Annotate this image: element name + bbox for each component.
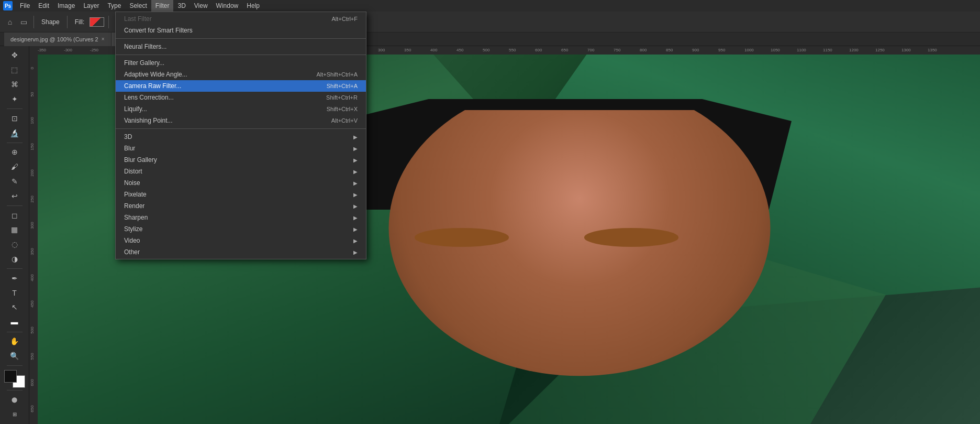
ps-icon: Ps [3,1,13,10]
filter-item-gallery[interactable]: Filter Gallery... [116,57,366,69]
svg-text:950: 950 [718,48,726,52]
svg-text:600: 600 [30,379,35,386]
path-select-tool[interactable]: ↖ [3,300,27,314]
filter-smart-filters-label: Convert for Smart Filters [124,27,193,34]
filter-lens-label: Lens Correction... [124,94,174,101]
eraser-tool[interactable]: ◻ [3,208,27,222]
filter-item-3d[interactable]: 3D ▶ [116,131,366,143]
svg-text:450: 450 [30,300,35,308]
fill-color[interactable] [90,17,104,27]
menu-layer[interactable]: Layer [79,0,103,12]
filter-item-neural[interactable]: Neural Filters... [116,41,366,52]
ruler-vertical: 0 50 100 150 200 250 300 350 400 450 500… [29,55,38,424]
filter-item-video[interactable]: Video ▶ [116,235,366,246]
filter-camera-raw-shortcut: Shift+Ctrl+A [327,83,358,89]
eyedropper-tool[interactable]: 🔬 [3,126,27,140]
filter-item-sharpen[interactable]: Sharpen ▶ [116,212,366,223]
toolbar-divider-3 [108,16,109,28]
svg-text:350: 350 [30,248,35,255]
svg-text:-250: -250 [90,48,99,52]
menu-view[interactable]: View [190,0,212,12]
tool-sep-3 [7,205,23,206]
filter-item-other[interactable]: Other ▶ [116,246,366,258]
zoom-tool[interactable]: 🔍 [3,349,27,363]
filter-item-lens[interactable]: Lens Correction... Shift+Ctrl+R [116,92,366,103]
crop-tool[interactable]: ⊡ [3,111,27,125]
svg-text:1250: 1250 [875,48,885,52]
menu-help[interactable]: Help [242,0,264,12]
filter-sharpen-label: Sharpen [124,214,148,221]
menu-window[interactable]: Window [212,0,243,12]
svg-text:1050: 1050 [771,48,780,52]
filter-item-render[interactable]: Render ▶ [116,200,366,212]
filter-item-liquify[interactable]: Liquify... Shift+Ctrl+X [116,103,366,115]
history-brush-tool[interactable]: ↩ [3,189,27,203]
svg-text:1150: 1150 [823,48,832,52]
filter-item-last-filter[interactable]: Last Filter Alt+Ctrl+F [116,13,366,25]
gradient-tool[interactable]: ▦ [3,223,27,237]
svg-text:600: 600 [535,48,542,52]
doc-options[interactable]: ▭ [18,16,29,28]
filter-item-adaptive[interactable]: Adaptive Wide Angle... Alt+Shift+Ctrl+A [116,69,366,80]
hand-tool[interactable]: ✋ [3,334,27,349]
filter-item-pixelate[interactable]: Pixelate ▶ [116,189,366,200]
stamp-tool[interactable]: ✎ [3,175,27,189]
svg-text:450: 450 [456,48,464,52]
svg-text:250: 250 [30,195,35,203]
filter-sharpen-arrow: ▶ [353,215,358,221]
svg-text:850: 850 [666,48,673,52]
heal-tool[interactable]: ⊕ [3,145,27,159]
svg-text:0: 0 [30,67,35,69]
filter-item-blur-gallery[interactable]: Blur Gallery ▶ [116,154,366,166]
menu-image[interactable]: Image [53,0,79,12]
menu-file[interactable]: File [16,0,34,12]
blur-tool[interactable]: ◌ [3,237,27,252]
filter-item-blur[interactable]: Blur ▶ [116,143,366,154]
menu-filter[interactable]: Filter [151,0,174,12]
svg-text:400: 400 [30,274,35,281]
foreground-color-swatch[interactable] [4,370,17,383]
menu-3d[interactable]: 3D [173,0,190,12]
filter-item-stylize[interactable]: Stylize ▶ [116,223,366,235]
brush-tool[interactable]: 🖌 [3,160,27,174]
tab-designervn[interactable]: designervn.jpg @ 100% (Curves 2 × [4,32,112,46]
menu-select[interactable]: Select [125,0,151,12]
eye-left [415,228,509,246]
quick-mask-tool[interactable]: ⬤ [3,393,27,407]
screen-mode-tool[interactable]: ⊞ [3,407,27,421]
move-tool[interactable]: ✥ [3,48,27,62]
filter-divider-3 [116,128,366,129]
filter-stylize-arrow: ▶ [353,226,358,232]
color-swatches[interactable] [4,370,25,388]
filter-pixelate-arrow: ▶ [353,192,358,198]
filter-item-noise[interactable]: Noise ▶ [116,177,366,189]
text-tool[interactable]: T [3,286,27,300]
filter-lens-shortcut: Shift+Ctrl+R [326,94,358,101]
home-button[interactable]: ⌂ [4,16,16,28]
menu-type[interactable]: Type [103,0,125,12]
filter-item-vanishing[interactable]: Vanishing Point... Alt+Ctrl+V [116,115,366,126]
fill-label: Fill: [72,17,88,27]
svg-text:1350: 1350 [928,48,937,52]
filter-last-filter-label: Last Filter [124,15,152,23]
filter-blur-label: Blur [124,145,135,152]
dodge-tool[interactable]: ◑ [3,252,27,266]
menu-edit[interactable]: Edit [34,0,53,12]
magic-wand-tool[interactable]: ✦ [3,92,27,106]
svg-text:550: 550 [30,353,35,360]
pen-tool[interactable]: ✒ [3,271,27,285]
filter-gallery-label: Filter Gallery... [124,59,164,67]
filter-item-smart-filters[interactable]: Convert for Smart Filters [116,25,366,36]
shape-tool[interactable]: ▬ [3,315,27,329]
filter-liquify-label: Liquify... [124,105,147,113]
filter-divider-1 [116,38,366,39]
select-rect-tool[interactable]: ⬚ [3,63,27,77]
filter-item-distort[interactable]: Distort ▶ [116,166,366,177]
lasso-tool[interactable]: ⌘ [3,78,27,92]
filter-3d-label: 3D [124,133,132,140]
filter-item-camera-raw[interactable]: Camera Raw Filter... Shift+Ctrl+A [116,80,366,92]
filter-distort-arrow: ▶ [353,169,358,175]
tab-designervn-label: designervn.jpg @ 100% (Curves 2 [10,36,98,42]
svg-text:350: 350 [404,48,411,52]
tab-designervn-close[interactable]: × [102,36,105,42]
